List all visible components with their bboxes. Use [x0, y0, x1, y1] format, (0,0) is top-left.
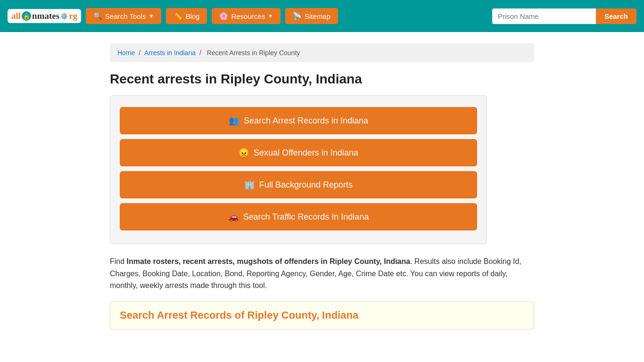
offender-icon	[239, 148, 249, 158]
blog-button[interactable]: ✏️ Blog	[166, 8, 207, 24]
page-title: Recent arrests in Ripley County, Indiana	[110, 72, 534, 87]
action-card: Search Arrest Records in Indiana Sexual …	[110, 95, 487, 244]
resources-label: Resources	[231, 12, 265, 20]
btn2-label: Sexual Offenders in Indiana	[254, 148, 358, 158]
full-background-reports-button[interactable]: Full Background Reports	[120, 171, 477, 198]
sitemap-icon: 📡	[293, 12, 302, 20]
users-icon	[229, 115, 239, 126]
chevron-down-icon: ▼	[149, 13, 154, 19]
search-bar: Search	[492, 8, 636, 24]
logo-lock-icon: 🔒	[22, 11, 31, 21]
breadcrumb-home[interactable]: Home	[117, 49, 135, 57]
desc-bold: Inmate rosters, recent arrests, mugshots…	[127, 257, 411, 265]
breadcrumb-sep2: /	[199, 49, 203, 57]
building-icon	[244, 180, 255, 190]
search-submit-button[interactable]: Search	[596, 8, 636, 24]
desc-intro: Find	[110, 257, 127, 265]
search-icon: 🔍	[93, 12, 102, 20]
resources-icon: 🌸	[219, 12, 228, 20]
logo[interactable]: all 🔒 nmates ⚙️ rg	[8, 9, 81, 23]
main-content: Home / Arrests in Indiana / Recent Arres…	[100, 34, 544, 339]
car-icon	[228, 212, 239, 222]
logo-gear-icon: ⚙️	[60, 13, 68, 20]
logo-nmates: nmates	[32, 11, 59, 21]
blog-icon: ✏️	[173, 12, 182, 20]
logo-all: all	[11, 11, 21, 21]
search-tools-label: Search Tools	[105, 12, 146, 20]
btn4-label: Search Traffic Records In Indiana	[243, 212, 369, 222]
search-arrest-records-button[interactable]: Search Arrest Records in Indiana	[120, 107, 477, 134]
logo-org: rg	[69, 11, 77, 21]
section-heading-text: Search Arrest Records of Ripley County, …	[120, 309, 358, 321]
breadcrumb-arrests-indiana[interactable]: Arrests in Indiana	[144, 49, 196, 57]
sitemap-label: Sitemap	[305, 12, 330, 20]
sexual-offenders-button[interactable]: Sexual Offenders in Indiana	[120, 139, 477, 166]
breadcrumb-sep1: /	[139, 49, 142, 57]
resources-button[interactable]: 🌸 Resources ▼	[212, 8, 281, 24]
section-heading-box: Search Arrest Records of Ripley County, …	[110, 301, 534, 329]
btn1-label: Search Arrest Records in Indiana	[244, 116, 368, 126]
breadcrumb-current: Recent Arrests in Ripley County	[207, 49, 300, 57]
description-text: Find Inmate rosters, recent arrests, mug…	[110, 255, 534, 292]
breadcrumb: Home / Arrests in Indiana / Recent Arres…	[110, 43, 534, 62]
search-traffic-records-button[interactable]: Search Traffic Records In Indiana	[120, 203, 477, 230]
blog-label: Blog	[185, 12, 199, 20]
prison-search-input[interactable]	[492, 8, 596, 24]
navbar: all 🔒 nmates ⚙️ rg 🔍 Search Tools ▼ ✏️ B…	[0, 0, 644, 32]
chevron-down-icon-resources: ▼	[268, 13, 273, 19]
sitemap-button[interactable]: 📡 Sitemap	[285, 8, 338, 24]
btn3-label: Full Background Reports	[259, 180, 353, 190]
search-tools-button[interactable]: 🔍 Search Tools ▼	[86, 8, 161, 24]
